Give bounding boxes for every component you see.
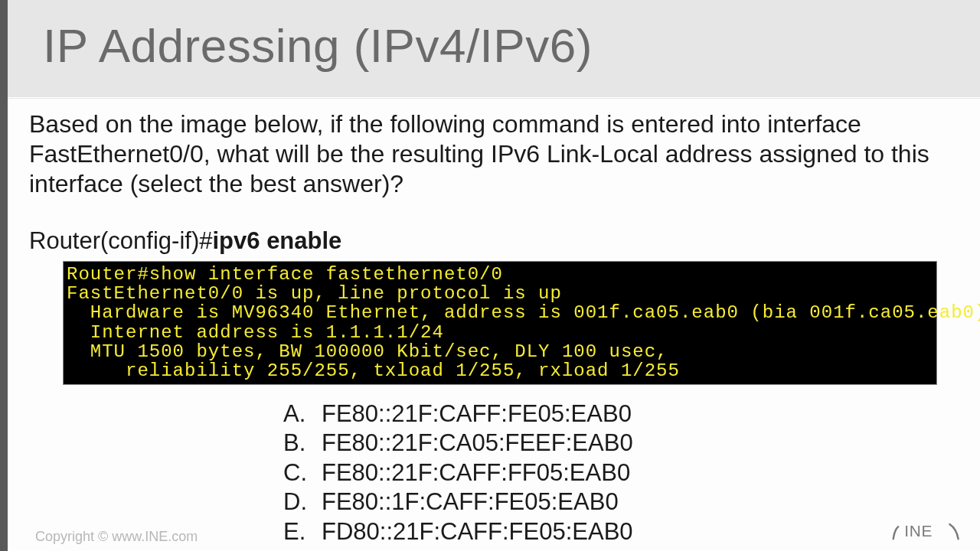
command-line: Router(config-if)#ipv6 enable [29, 227, 341, 255]
question-text: Based on the image below, if the followi… [29, 109, 948, 199]
terminal-line: reliability 255/255, txload 1/255, rxloa… [67, 360, 680, 381]
terminal-line: Internet address is 1.1.1.1/24 [67, 322, 444, 343]
answer-letter: B. [283, 429, 322, 458]
answer-option-b: B. FE80::21F:CA05:FEEF:EAB0 [283, 429, 633, 458]
slide-body: Based on the image below, if the followi… [8, 99, 980, 551]
terminal-line: Hardware is MV96340 Ethernet, address is… [67, 302, 980, 323]
answer-list: A. FE80::21F:CAFF:FE05:EAB0 B. FE80::21F… [283, 399, 633, 546]
answer-option-d: D. FE80::1F:CAFF:FE05:EAB0 [283, 487, 633, 517]
answer-text: FE80::21F:CA05:FEEF:EAB0 [322, 429, 633, 458]
answer-letter: A. [283, 399, 322, 429]
ine-logo-icon: INE [890, 517, 963, 543]
command-prompt: Router(config-if)# [29, 227, 212, 254]
command-text: ipv6 enable [212, 227, 341, 254]
left-accent-strip [0, 0, 8, 551]
answer-option-c: C. FE80::21F:CAFF:FF05:EAB0 [283, 458, 633, 487]
slide-header: IP Addressing (IPv4/IPv6) [8, 0, 980, 98]
answer-letter: E. [283, 517, 322, 546]
answer-option-a: A. FE80::21F:CAFF:FE05:EAB0 [283, 399, 633, 429]
answer-text: FD80::21F:CAFF:FE05:EAB0 [322, 517, 633, 546]
answer-option-e: E. FD80::21F:CAFF:FE05:EAB0 [283, 517, 633, 546]
ine-logo: INE [890, 517, 963, 543]
slide-title: IP Addressing (IPv4/IPv6) [43, 18, 593, 73]
copyright-text: Copyright © www.INE.com [35, 529, 198, 545]
svg-text:INE: INE [904, 522, 933, 540]
answer-letter: C. [283, 458, 322, 487]
answer-letter: D. [283, 487, 322, 517]
terminal-line: MTU 1500 bytes, BW 100000 Kbit/sec, DLY … [67, 341, 668, 362]
slide: IP Addressing (IPv4/IPv6) Based on the i… [0, 0, 980, 551]
terminal-line: FastEthernet0/0 is up, line protocol is … [67, 283, 562, 304]
answer-text: FE80::21F:CAFF:FF05:EAB0 [322, 458, 630, 487]
terminal-output: Router#show interface fastethernet0/0 Fa… [63, 261, 937, 385]
answer-text: FE80::1F:CAFF:FE05:EAB0 [322, 487, 619, 517]
answer-text: FE80::21F:CAFF:FE05:EAB0 [322, 399, 632, 429]
terminal-line: Router#show interface fastethernet0/0 [67, 264, 503, 285]
